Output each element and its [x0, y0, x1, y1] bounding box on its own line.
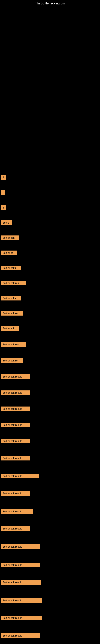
result-badge-5[interactable]: Bottleneck	[1, 236, 19, 240]
result-badge-8[interactable]: Bottleneck resu	[1, 281, 26, 285]
result-badge-26[interactable]: Bottleneck result	[1, 580, 41, 585]
result-row-20: Bottleneck result	[0, 474, 39, 478]
result-row-2: |	[0, 190, 4, 195]
result-badge-28[interactable]: Bottleneck result	[1, 616, 42, 620]
result-badge-23[interactable]: Bottleneck result	[1, 526, 30, 531]
result-row-4: Bottle	[0, 220, 12, 225]
result-badge-3[interactable]: B	[1, 205, 6, 210]
result-badge-12[interactable]: Bottleneck resu	[1, 342, 26, 347]
result-row-27: Bottleneck result	[0, 598, 42, 603]
result-row-6: Bottlenec	[0, 250, 17, 255]
result-badge-27[interactable]: Bottleneck result	[1, 598, 42, 603]
result-badge-7[interactable]: Bottleneck r	[1, 266, 21, 270]
result-row-28: Bottleneck result	[0, 616, 42, 620]
result-row-19: Bottleneck result	[0, 456, 30, 460]
result-badge-20[interactable]: Bottleneck result	[1, 474, 39, 478]
result-row-7: Bottleneck r	[0, 266, 21, 270]
result-row-10: Bottleneck re	[0, 311, 23, 316]
result-row-1: B	[0, 175, 6, 180]
result-badge-19[interactable]: Bottleneck result	[1, 456, 30, 460]
site-title: TheBottlenecker.com	[35, 2, 65, 5]
result-row-21: Bottleneck result	[0, 491, 30, 496]
result-badge-11[interactable]: Bottleneck	[1, 326, 19, 331]
result-badge-21[interactable]: Bottleneck result	[1, 491, 30, 496]
result-badge-24[interactable]: Bottleneck result	[1, 544, 40, 549]
result-badge-4[interactable]: Bottle	[1, 220, 12, 225]
result-row-29: Bottleneck result	[0, 633, 40, 638]
result-row-9: Bottleneck r	[0, 296, 21, 300]
result-badge-15[interactable]: Bottleneck result	[1, 390, 30, 395]
result-badge-29[interactable]: Bottleneck result	[1, 633, 40, 638]
result-row-22: Bottleneck result	[0, 509, 33, 514]
result-badge-10[interactable]: Bottleneck re	[1, 311, 23, 316]
result-badge-14[interactable]: Bottleneck result	[1, 374, 30, 379]
result-row-13: Bottleneck re	[0, 358, 23, 363]
result-badge-9[interactable]: Bottleneck r	[1, 296, 21, 300]
result-row-11: Bottleneck	[0, 326, 19, 331]
result-row-18: Bottleneck result	[0, 439, 30, 443]
result-badge-6[interactable]: Bottlenec	[1, 250, 17, 255]
result-row-24: Bottleneck result	[0, 544, 40, 549]
result-badge-18[interactable]: Bottleneck result	[1, 439, 30, 443]
result-row-15: Bottleneck result	[0, 390, 30, 395]
result-row-17: Bottleneck result	[0, 422, 30, 427]
result-row-8: Bottleneck resu	[0, 281, 26, 285]
result-row-25: Bottleneck result	[0, 563, 40, 567]
result-row-23: Bottleneck result	[0, 526, 30, 531]
result-row-5: Bottleneck	[0, 236, 19, 240]
result-row-16: Bottleneck result	[0, 406, 30, 411]
result-badge-22[interactable]: Bottleneck result	[1, 509, 33, 514]
result-row-12: Bottleneck resu	[0, 342, 26, 347]
result-row-14: Bottleneck result	[0, 374, 30, 379]
result-badge-2[interactable]: |	[1, 190, 4, 195]
result-row-3: B	[0, 205, 6, 210]
result-row-26: Bottleneck result	[0, 580, 41, 585]
result-badge-25[interactable]: Bottleneck result	[1, 563, 40, 567]
result-badge-13[interactable]: Bottleneck re	[1, 358, 23, 363]
result-badge-17[interactable]: Bottleneck result	[1, 422, 30, 427]
result-badge-1[interactable]: B	[1, 175, 6, 180]
result-badge-16[interactable]: Bottleneck result	[1, 406, 30, 411]
